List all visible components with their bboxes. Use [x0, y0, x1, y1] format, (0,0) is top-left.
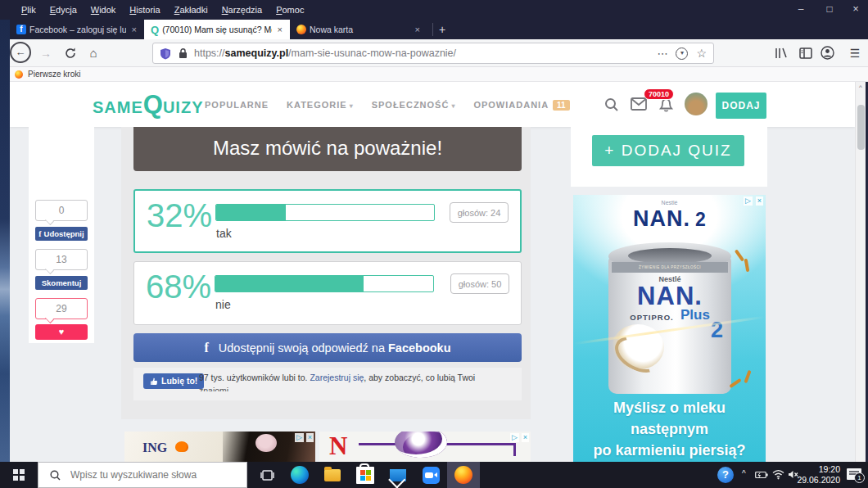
- tab-new-tab[interactable]: Nowa karta ×: [290, 20, 427, 39]
- url-bar[interactable]: https://samequizy.pl/mam-sie-usunac-mow-…: [152, 43, 714, 64]
- tracking-shield-icon[interactable]: [160, 47, 171, 60]
- ad-close-icon[interactable]: ×: [522, 433, 529, 442]
- accent-mark: [744, 370, 751, 383]
- tab-samequizy-active[interactable]: Q (70010) Mam się usunąć? Mów ×: [144, 20, 290, 39]
- heart-like-button[interactable]: ♥: [35, 324, 88, 340]
- result-bar: [215, 275, 434, 292]
- nav-opowiadania[interactable]: OPOWIADANIA11: [473, 100, 569, 110]
- nav-popularne[interactable]: POPULARNE: [205, 100, 269, 110]
- messages-envelope-icon[interactable]: [631, 97, 645, 112]
- menu-plik[interactable]: Plik: [21, 0, 36, 20]
- menu-historia[interactable]: Historia: [129, 0, 160, 20]
- battery-tray-icon[interactable]: [755, 471, 768, 479]
- bookmark-star-icon[interactable]: ☆: [696, 47, 707, 60]
- back-button[interactable]: ←: [10, 42, 31, 63]
- chevron-down-icon: ▾: [350, 102, 354, 110]
- desktop-wallpaper-strip: [0, 20, 10, 462]
- page-scrollbar[interactable]: ^: [855, 82, 866, 462]
- microsoft-store-taskbar-icon[interactable]: [349, 462, 382, 488]
- ad-headline-2: następnym: [573, 421, 766, 438]
- firefox-taskbar-icon-active[interactable]: [447, 462, 480, 488]
- scrollbar-thumb[interactable]: [857, 105, 865, 150]
- library-icon[interactable]: [775, 47, 788, 60]
- ad-headline-1: Myślisz o mleku: [573, 400, 766, 417]
- ad-close-icon[interactable]: ×: [756, 197, 763, 206]
- tab-facebook[interactable]: f Facebook – zaloguj się lub zare ×: [10, 20, 144, 39]
- ing-ad-banner[interactable]: ING ▷ ×: [124, 432, 315, 462]
- nestle-small-logo: Nestlé: [573, 200, 766, 206]
- facebook-share-button[interactable]: fUdostępnij: [35, 227, 88, 241]
- url-text[interactable]: https://samequizy.pl/mam-sie-usunac-mow-…: [194, 47, 649, 59]
- nav-spolecznosc[interactable]: SPOŁECZNOŚĆ▾: [372, 100, 456, 110]
- tab-close-icon[interactable]: ×: [129, 25, 139, 34]
- zarejestruj-sie-link[interactable]: Zarejestruj się: [310, 373, 364, 382]
- page-actions-icon[interactable]: ⋯: [657, 47, 667, 60]
- window-maximize-button[interactable]: □: [817, 0, 842, 20]
- firefox-favicon: [296, 25, 306, 34]
- edge-taskbar-icon[interactable]: [283, 462, 316, 488]
- home-button[interactable]: ⌂: [84, 39, 103, 67]
- window-minimize-button[interactable]: –: [789, 0, 813, 20]
- file-explorer-taskbar-icon[interactable]: [316, 462, 349, 488]
- share-count-bubble: 0: [35, 200, 88, 221]
- start-button[interactable]: [0, 462, 38, 488]
- ad-purple-swirl: [395, 432, 447, 458]
- search-icon[interactable]: [604, 97, 619, 112]
- reload-button[interactable]: [61, 39, 80, 59]
- tab-close-icon[interactable]: ×: [413, 25, 423, 34]
- taskbar-search[interactable]: [38, 462, 247, 488]
- ad-close-icon[interactable]: ×: [306, 433, 314, 442]
- add-quiz-button[interactable]: + DODAJ QUIZ: [592, 135, 744, 166]
- menu-edycja[interactable]: Edycja: [50, 0, 77, 20]
- bottom-right-ad-banner[interactable]: N ▷ ×: [319, 432, 531, 462]
- help-tray-icon[interactable]: ?: [712, 462, 739, 488]
- pocket-icon[interactable]: ▾: [676, 47, 688, 60]
- site-logo[interactable]: SAMEQUIZY: [93, 90, 203, 120]
- facebook-share-answer-button[interactable]: fUdostępnij swoją odpowiedź na Facebooku: [133, 333, 522, 362]
- scroll-up-arrow[interactable]: ^: [856, 84, 866, 91]
- menu-zakladki[interactable]: Zakładki: [174, 0, 208, 20]
- adchoices-icon[interactable]: ▷: [295, 433, 304, 442]
- sidebar-toggle-icon[interactable]: [799, 47, 812, 60]
- firefox-bookmark-icon: [15, 70, 23, 79]
- wifi-tray-icon[interactable]: [772, 469, 784, 480]
- menu-narzedzia[interactable]: Narzędzia: [222, 0, 263, 20]
- taskbar-clock[interactable]: 19:2029.06.2020: [793, 464, 840, 486]
- ing-lion-icon: [175, 441, 188, 452]
- facebook-like-button[interactable]: Lubię to!: [143, 373, 204, 389]
- task-view-button[interactable]: [251, 462, 283, 488]
- like-widget-text: 97 tys. użytkowników lubi to. Zarejestru…: [199, 373, 475, 382]
- add-quiz-card: + DODAJ QUIZ: [571, 127, 767, 187]
- mail-taskbar-icon[interactable]: [382, 462, 414, 488]
- menu-widok[interactable]: Widok: [91, 0, 116, 20]
- tab-close-icon[interactable]: ×: [275, 25, 285, 34]
- ice-cream-blob: [255, 434, 277, 452]
- result-percent: 68%: [146, 269, 211, 305]
- comment-button[interactable]: Skomentuj: [35, 276, 88, 290]
- facebook-like-widget: Lubię to! 97 tys. użytkowników lubi to. …: [133, 368, 522, 400]
- account-icon[interactable]: [821, 46, 834, 60]
- zoom-taskbar-icon[interactable]: [414, 462, 447, 488]
- taskbar-search-input[interactable]: [69, 468, 236, 481]
- nan-ad[interactable]: Nestlé NAN.2 ŻYWIENIE DLA PRZYSZŁOŚCI Ne…: [573, 195, 766, 462]
- clock-date: 29.06.2020: [793, 475, 840, 486]
- menu-pomoc[interactable]: Pomoc: [276, 0, 304, 20]
- adchoices-icon[interactable]: ▷: [510, 433, 519, 442]
- adchoices-icon[interactable]: ▷: [744, 197, 753, 206]
- action-center-icon[interactable]: 1: [847, 468, 861, 480]
- forward-button[interactable]: →: [36, 39, 56, 67]
- bookmark-pierwsze-kroki[interactable]: Pierwsze kroki: [28, 70, 80, 79]
- hamburger-menu-icon[interactable]: ☰: [845, 39, 865, 67]
- tray-hidden-icons-chevron[interactable]: ^: [742, 469, 746, 478]
- user-avatar[interactable]: [685, 93, 708, 115]
- window-close-button[interactable]: ×: [843, 0, 868, 20]
- notification-count-badge: 70010: [644, 88, 674, 100]
- dodaj-button[interactable]: DODAJ: [716, 93, 766, 119]
- thumbs-up-icon: [150, 377, 158, 386]
- can-band-text: ŻYWIENIE DLA PRZYSZŁOŚCI: [612, 262, 728, 273]
- facebook-favicon: f: [16, 25, 26, 34]
- screen: PlikEdycjaWidokHistoriaZakładkiNarzędzia…: [0, 0, 868, 488]
- nav-kategorie[interactable]: KATEGORIE▾: [287, 100, 354, 110]
- new-tab-button[interactable]: +: [439, 21, 445, 38]
- tab-title: (70010) Mam się usunąć? Mów: [162, 25, 271, 34]
